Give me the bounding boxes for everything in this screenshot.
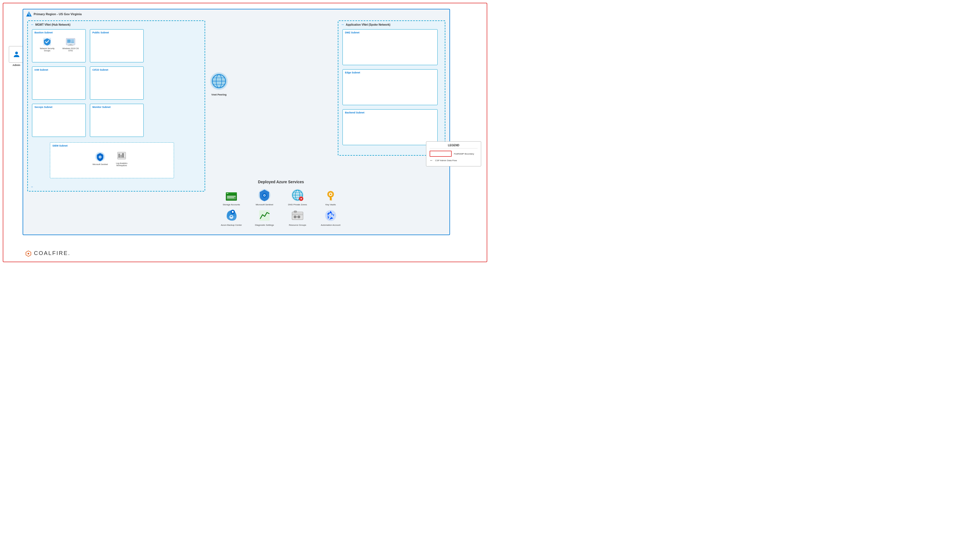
siem-subnet-label: SIEM Subnet <box>52 144 172 147</box>
legend-fedramp-item: FedRAMP Boundary <box>430 151 477 157</box>
automation-account-service: Automation Account <box>315 209 346 226</box>
svg-rect-20 <box>121 155 122 158</box>
legend-dataflow-item: ↔ CSP Admin Data Flow <box>430 158 477 162</box>
azure-title: Primary Region - US Gov Virginia <box>33 13 82 16</box>
coalfire-hex-icon <box>25 250 32 257</box>
key-vaults-label: Key Vaults <box>325 203 336 206</box>
public-subnet-label: Public Subnet <box>92 31 141 34</box>
deployed-services: Deployed Azure Services Storage Accounts <box>212 180 350 226</box>
mgmt-vnet: ↔ MGMT VNet (Hub Network) Bastion Subnet… <box>27 21 205 191</box>
key-vaults-service: Key Vaults <box>315 188 346 206</box>
dmz-subnet: DMZ Subnet <box>342 29 438 65</box>
svg-rect-58 <box>292 214 303 215</box>
app-vnet-label: ↔ Application VNet (Spoke Network) <box>341 22 390 27</box>
windows-cis-stig-icon <box>66 37 76 47</box>
legend-fedramp-border <box>430 151 452 157</box>
sentinel-icon-item: Microsoft Sentinel <box>93 151 108 166</box>
bastion-subnet-label: Bastion Subnet <box>35 31 83 34</box>
legend-box: LEGEND FedRAMP Boundary ↔ CSP Admin Data… <box>426 141 481 166</box>
svg-rect-13 <box>68 45 73 46</box>
admin-user: Admin <box>9 46 24 67</box>
windows-cis-icon-item: Windows 2019 CIS STIG <box>61 37 80 52</box>
secops-subnet: Secops Subnet <box>32 104 86 137</box>
svg-rect-35 <box>227 197 234 198</box>
svg-rect-11 <box>71 41 74 43</box>
mgmt-vnet-label: ↔ MGMT VNet (Hub Network) <box>30 22 70 27</box>
key-vaults-icon <box>324 188 337 202</box>
log-analytics-icon-item: Log Analytics Workspaces <box>112 150 131 167</box>
legend-title: LEGEND <box>430 144 477 148</box>
app-vnet-icon: ↔ <box>341 22 344 27</box>
admin-label: Admin <box>13 64 21 67</box>
svg-rect-57 <box>292 212 303 220</box>
secops-subnet-label: Secops Subnet <box>35 106 83 108</box>
svg-rect-53 <box>331 199 332 200</box>
svg-point-60 <box>298 215 300 218</box>
diagnostic-settings-service: Diagnostic Settings <box>249 209 280 226</box>
bastion-subnet: Bastion Subnet Network Security Groups <box>32 29 86 62</box>
storage-accounts-label: Storage Accounts <box>223 203 240 206</box>
automation-account-icon <box>324 209 337 222</box>
coalfire-logo-text: COALFIRE. <box>34 250 71 256</box>
admin-box <box>9 46 24 63</box>
mgmt-vnet-bottom-arrow: ↔ <box>30 184 33 189</box>
app-vnet: ↔ Application VNet (Spoke Network) DMZ S… <box>338 21 445 156</box>
legend-dataflow-label: CSP Admin Data Flow <box>435 159 457 162</box>
svg-rect-19 <box>119 154 120 158</box>
svg-rect-62 <box>294 211 297 212</box>
azure-backup-icon <box>224 209 238 222</box>
dns-private-zones-service: ✦ DNS Private Zones <box>282 188 313 206</box>
svg-rect-56 <box>259 210 270 221</box>
svg-point-59 <box>294 215 296 218</box>
azure-diagram: Primary Region - US Gov Virginia ↔ MGMT … <box>22 9 450 235</box>
ms-sentinel-service: Microsoft Sentinel <box>249 188 280 206</box>
resource-groups-label: Resource Groups <box>289 224 306 226</box>
azure-logo-icon <box>26 11 32 17</box>
dns-private-zones-icon: ✦ <box>291 188 304 202</box>
public-subnet: Public Subnet <box>90 29 144 62</box>
siem-subnet: SIEM Subnet Microsoft Sentinel <box>50 142 174 178</box>
services-grid: Storage Accounts Microsoft Sentinel <box>212 188 350 226</box>
ms-sentinel-icon <box>258 188 271 202</box>
log-analytics-label: Log Analytics Workspaces <box>112 162 131 167</box>
vnet-peering: Vnet Peering <box>208 70 230 96</box>
iam-subnet-label: IAM Subnet <box>35 69 83 71</box>
svg-rect-32 <box>227 193 228 194</box>
backend-subnet: Backend Subnet <box>342 109 438 145</box>
edge-subnet: Edge Subnet <box>342 69 438 105</box>
microsoft-sentinel-siem-icon <box>94 151 106 163</box>
vnet-peering-icon <box>208 70 230 92</box>
log-analytics-icon <box>116 150 127 161</box>
legend-arrow-icon: ↔ <box>430 158 433 162</box>
svg-point-65 <box>27 253 29 254</box>
cicd-subnet: CI/CD Subnet <box>90 67 144 100</box>
svg-rect-10 <box>71 40 74 41</box>
svg-text:✦: ✦ <box>300 197 302 200</box>
ms-sentinel-label: Microsoft Sentinel <box>256 203 273 206</box>
vnet-peering-label: Vnet Peering <box>211 93 226 96</box>
svg-point-3 <box>15 52 18 54</box>
storage-accounts-icon <box>224 188 238 202</box>
svg-rect-21 <box>123 153 124 158</box>
edge-subnet-label: Edge Subnet <box>345 71 435 74</box>
network-security-groups-icon <box>42 37 52 47</box>
windows-cis-label: Windows 2019 CIS STIG <box>61 48 80 52</box>
legend-fedramp-label: FedRAMP Boundary <box>454 153 474 155</box>
svg-point-17 <box>100 156 101 158</box>
deployed-services-title: Deployed Azure Services <box>212 180 350 184</box>
dns-private-zones-label: DNS Private Zones <box>288 203 307 206</box>
azure-backup-service: Azure Backup Center <box>216 209 247 226</box>
backend-subnet-label: Backend Subnet <box>345 111 435 114</box>
diagnostic-settings-label: Diagnostic Settings <box>255 224 274 226</box>
storage-accounts-service: Storage Accounts <box>216 188 247 206</box>
iam-subnet: IAM Subnet <box>32 67 86 100</box>
cicd-subnet-label: CI/CD Subnet <box>92 69 141 71</box>
resource-groups-icon <box>291 209 304 222</box>
automation-account-label: Automation Account <box>321 224 340 226</box>
svg-rect-34 <box>227 196 235 197</box>
svg-rect-9 <box>67 40 71 43</box>
resource-groups-service: Resource Groups <box>282 209 313 226</box>
siem-subnet-icons: Microsoft Sentinel Log Analytics Workspa… <box>52 150 172 167</box>
diagnostic-settings-icon <box>258 209 271 222</box>
monitor-subnet: Monitor Subnet <box>90 104 144 137</box>
